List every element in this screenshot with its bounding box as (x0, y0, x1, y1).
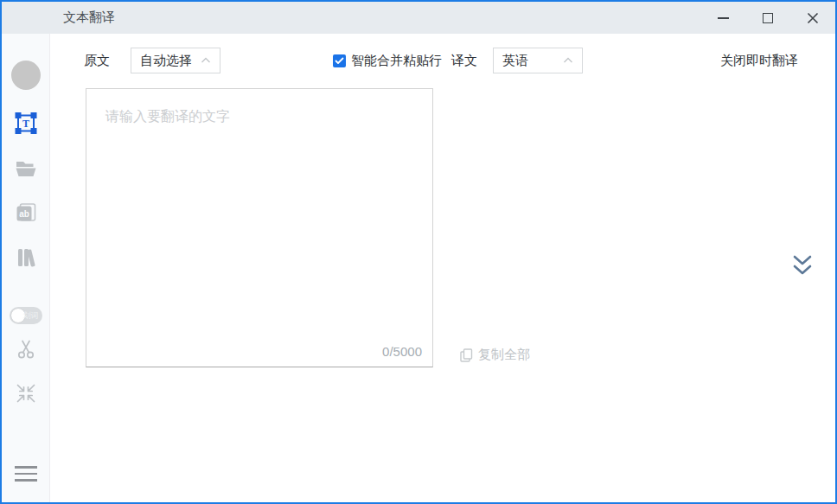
sidebar-item-collapse[interactable] (15, 382, 37, 405)
main-panel: 原文 自动选择 智能合并粘贴行 译文 英语 关闭即时翻译 (50, 34, 835, 502)
source-label: 原文 (84, 48, 110, 73)
sidebar-item-screenshot[interactable] (15, 338, 37, 360)
checkbox-checked-icon[interactable] (333, 54, 346, 67)
source-language-value: 自动选择 (140, 53, 192, 69)
maximize-icon (763, 13, 773, 23)
chevron-up-icon (563, 57, 573, 64)
toggle-track: 划词 (10, 307, 42, 324)
target-language-value: 英语 (502, 53, 528, 69)
copy-all-label: 复制全部 (478, 347, 530, 363)
svg-text:T: T (22, 118, 29, 130)
chevron-up-icon (201, 57, 211, 64)
folder-icon (15, 159, 37, 178)
toggle-label: 划词 (23, 310, 39, 322)
titlebar: 文本翻译 (2, 2, 835, 34)
scissors-icon (15, 338, 37, 360)
collapse-arrows-icon (15, 382, 37, 405)
target-language-select[interactable]: 英语 (493, 48, 583, 73)
double-chevron-down-icon (789, 252, 815, 280)
source-text-container: 0/5000 (86, 88, 433, 367)
menu-button[interactable] (15, 466, 37, 482)
word-pick-toggle[interactable]: 划词 (10, 307, 42, 324)
smart-merge-label: 智能合并粘贴行 (351, 53, 442, 69)
app-window: 文本翻译 (0, 0, 837, 504)
sidebar-item-wordbook[interactable]: ab (15, 202, 36, 223)
close-button[interactable] (790, 2, 835, 34)
sidebar-item-document-translate[interactable] (15, 159, 37, 178)
window-title: 文本翻译 (63, 10, 115, 26)
smart-merge-checkbox-row[interactable]: 智能合并粘贴行 (333, 48, 442, 73)
close-icon (807, 12, 819, 24)
minimize-button[interactable] (700, 2, 745, 34)
window-controls (700, 2, 835, 34)
copy-icon (460, 348, 473, 362)
toggle-instant-translate-link[interactable]: 关闭即时翻译 (720, 48, 798, 73)
wordbook-icon: ab (15, 202, 36, 223)
char-count: 0/5000 (382, 344, 422, 359)
sidebar-item-library[interactable] (15, 246, 37, 269)
source-language-select[interactable]: 自动选择 (131, 48, 220, 73)
minimize-icon (718, 17, 729, 19)
sidebar: T ab (2, 34, 50, 502)
avatar[interactable] (11, 61, 41, 90)
copy-all-button[interactable]: 复制全部 (460, 347, 530, 363)
source-text-input[interactable] (86, 89, 432, 367)
target-label: 译文 (451, 48, 477, 73)
sidebar-item-text-translate[interactable]: T (14, 112, 37, 135)
expand-button[interactable] (789, 252, 816, 281)
maximize-button[interactable] (745, 2, 790, 34)
hamburger-icon (15, 466, 37, 469)
library-icon (15, 246, 37, 269)
svg-text:ab: ab (19, 209, 29, 219)
text-translate-icon: T (14, 112, 37, 135)
